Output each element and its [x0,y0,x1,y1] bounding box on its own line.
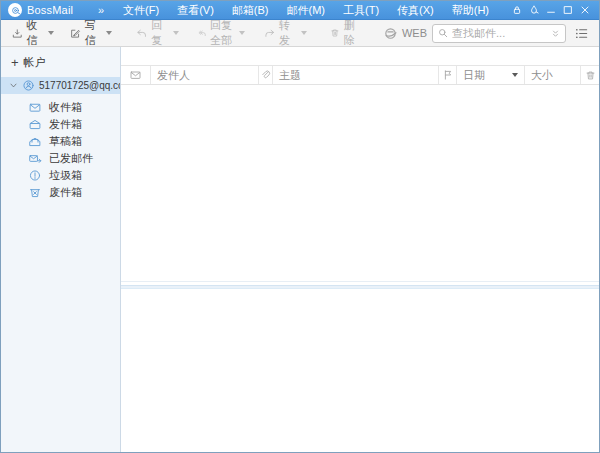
list-view-icon [574,26,589,41]
delete-trash-icon [330,26,340,40]
trash-box-icon [28,186,42,199]
sidebar-item-sent-mail[interactable]: 已发邮件 [1,150,120,167]
menu-mail[interactable]: 邮件(M) [278,1,335,20]
forward-dropdown-arrow-icon[interactable] [301,31,307,35]
reply-button[interactable]: 回复 [131,22,184,45]
forward-button[interactable]: 转发 [259,22,312,45]
sent-mail-icon [28,152,42,165]
receive-dropdown-arrow-icon[interactable] [48,31,54,35]
toolbar: 收信 写信 回复 回复全部 转发 删除 [1,20,599,47]
webmail-button[interactable]: WEB [378,22,432,45]
delete-button[interactable]: 删除 [325,22,364,45]
menu-tools[interactable]: 工具(T) [334,1,388,20]
menu-help[interactable]: 帮助(H) [443,1,498,20]
preview-pane [121,289,599,452]
search-icon [437,27,449,39]
drafts-icon [28,135,42,148]
column-size[interactable]: 大小 [525,66,581,84]
menu-mailbox[interactable]: 邮箱(B) [223,1,278,20]
accounts-header: + 帐户 [1,53,120,77]
close-button[interactable] [576,1,593,20]
account-email: 517701725@qq.com [39,80,120,91]
bossmail-logo-icon [8,3,22,17]
chevron-down-icon [9,81,18,90]
maximize-button[interactable] [559,1,576,20]
column-sender[interactable]: 发件人 [151,66,259,84]
reply-dropdown-arrow-icon[interactable] [173,31,179,35]
accounts-label: 帐户 [24,55,46,70]
menu-overflow-chevron[interactable]: » [88,4,114,16]
folder-list: 收件箱 发件箱 草稿箱 已发邮件 垃圾箱 [1,99,120,201]
paperclip-icon [260,69,271,81]
column-subject[interactable]: 主题 [273,66,439,84]
app-title: BossMail [27,4,73,16]
content-area: + 帐户 517701725@qq.com 收件箱 发件箱 [1,47,599,452]
sidebar-item-outbox[interactable]: 发件箱 [1,116,120,133]
window-controls [508,1,593,20]
minimize-button[interactable] [542,1,559,20]
receive-mail-icon [12,26,23,41]
lock-icon[interactable] [508,1,525,20]
menu-view[interactable]: 查看(V) [168,1,223,20]
column-date[interactable]: 日期 [457,66,525,84]
sort-descending-icon [512,73,518,77]
column-delete[interactable] [581,66,599,84]
sidebar-item-inbox[interactable]: 收件箱 [1,99,120,116]
compose-mail-icon [70,26,81,41]
search-box [432,24,566,43]
menu-fax[interactable]: 传真(X) [388,1,443,20]
junk-icon [28,169,42,182]
compose-mail-button[interactable]: 写信 [65,22,117,45]
column-mail-status[interactable] [121,66,151,84]
receive-mail-button[interactable]: 收信 [7,22,59,45]
bossmail-window: BossMail » 文件(F) 查看(V) 邮箱(B) 邮件(M) 工具(T)… [0,0,600,453]
pane-splitter[interactable] [121,282,599,289]
reply-all-dropdown-arrow-icon[interactable] [239,31,245,35]
tab-strip [121,47,599,65]
main-pane: 发件人 主题 日期 大小 [121,47,599,452]
mail-list-header: 发件人 主题 日期 大小 [121,65,599,85]
forward-icon [264,26,275,41]
menu-file[interactable]: 文件(F) [114,1,168,20]
web-browser-icon [383,26,398,41]
reply-all-icon [198,26,206,41]
search-input[interactable] [452,27,547,39]
sidebar-item-junk[interactable]: 垃圾箱 [1,167,120,184]
sidebar-item-trash[interactable]: 废件箱 [1,184,120,201]
outbox-icon [28,118,42,131]
search-options-chevrons-icon[interactable] [550,28,561,39]
reply-all-button[interactable]: 回复全部 [193,22,250,45]
folder-sidebar: + 帐户 517701725@qq.com 收件箱 发件箱 [1,47,121,452]
compose-dropdown-arrow-icon[interactable] [106,31,112,35]
mail-list-pane [121,85,599,282]
menubar: » 文件(F) 查看(V) 邮箱(B) 邮件(M) 工具(T) 传真(X) 帮助… [88,1,498,20]
trash-icon [585,70,596,81]
account-avatar-icon [22,79,35,92]
add-account-button[interactable]: + [11,58,19,68]
column-flag[interactable] [439,66,457,84]
account-row[interactable]: 517701725@qq.com [1,77,120,94]
reply-icon [136,26,147,41]
sidebar-item-drafts[interactable]: 草稿箱 [1,133,120,150]
skin-icon[interactable] [525,1,542,20]
envelope-icon [129,69,142,81]
column-attachment[interactable] [259,66,273,84]
list-view-toggle-button[interactable] [574,26,589,41]
flag-icon [442,69,454,81]
inbox-icon [28,101,42,114]
